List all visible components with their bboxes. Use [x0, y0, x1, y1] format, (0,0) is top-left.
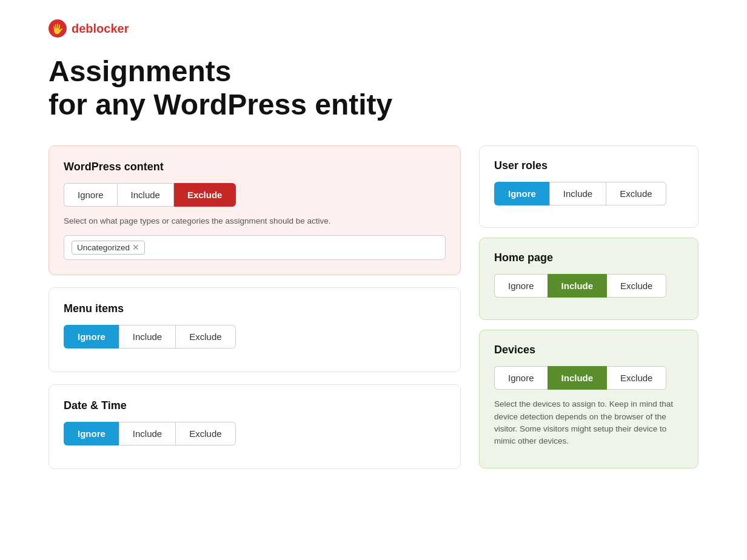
page-header: Assignments for any WordPress entity [0, 38, 747, 145]
tag-remove-icon[interactable]: ✕ [132, 243, 139, 252]
user-roles-card: User roles Ignore Include Exclude [479, 145, 698, 228]
wordpress-content-btn-group: Ignore Include Exclude [64, 183, 446, 207]
wordpress-content-tag-input[interactable]: Uncategorized ✕ [64, 235, 446, 260]
left-column: WordPress content Ignore Include Exclude… [49, 145, 461, 468]
menu-items-title: Menu items [64, 302, 446, 315]
devices-card: Devices Ignore Include Exclude Select th… [479, 330, 698, 468]
main-layout: WordPress content Ignore Include Exclude… [0, 145, 747, 468]
tag-uncategorized[interactable]: Uncategorized ✕ [72, 241, 145, 255]
home-exclude-button[interactable]: Exclude [607, 274, 666, 298]
menu-ignore-button[interactable]: Ignore [64, 325, 119, 348]
page-title: Assignments for any WordPress entity [49, 55, 698, 121]
home-include-button[interactable]: Include [548, 274, 608, 298]
home-ignore-button[interactable]: Ignore [494, 274, 548, 298]
user-roles-include-button[interactable]: Include [549, 182, 606, 205]
wordpress-include-button[interactable]: Include [117, 183, 174, 207]
home-page-title: Home page [494, 252, 683, 264]
wordpress-exclude-button[interactable]: Exclude [174, 183, 236, 207]
date-ignore-button[interactable]: Ignore [64, 422, 119, 445]
menu-exclude-button[interactable]: Exclude [176, 325, 235, 348]
menu-include-button[interactable]: Include [119, 325, 176, 348]
user-roles-exclude-button[interactable]: Exclude [606, 182, 666, 205]
wordpress-content-description: Select on what page types or categories … [64, 215, 446, 227]
date-time-card: Date & Time Ignore Include Exclude [49, 384, 461, 469]
user-roles-btn-group: Ignore Include Exclude [494, 182, 683, 205]
user-roles-title: User roles [494, 159, 683, 172]
home-page-card: Home page Ignore Include Exclude [479, 238, 698, 320]
wordpress-content-title: WordPress content [64, 161, 446, 173]
date-time-title: Date & Time [64, 399, 446, 412]
logo-text: deblocker [72, 22, 129, 36]
logo-icon: 🖐 [49, 19, 67, 38]
menu-items-btn-group: Ignore Include Exclude [64, 325, 446, 348]
tag-label: Uncategorized [77, 243, 130, 252]
devices-description: Select the devices to assign to. Keep in… [494, 398, 683, 447]
devices-exclude-button[interactable]: Exclude [607, 366, 666, 390]
logo-area: 🖐 deblocker [0, 0, 747, 38]
devices-include-button[interactable]: Include [548, 366, 608, 390]
user-roles-ignore-button[interactable]: Ignore [494, 182, 549, 205]
devices-btn-group: Ignore Include Exclude [494, 366, 683, 390]
wordpress-ignore-button[interactable]: Ignore [64, 183, 117, 207]
menu-items-card: Menu items Ignore Include Exclude [49, 287, 461, 372]
right-column: User roles Ignore Include Exclude Home p… [479, 145, 698, 468]
date-exclude-button[interactable]: Exclude [176, 422, 235, 445]
devices-ignore-button[interactable]: Ignore [494, 366, 548, 390]
date-include-button[interactable]: Include [119, 422, 176, 445]
home-page-btn-group: Ignore Include Exclude [494, 274, 683, 298]
wordpress-content-card: WordPress content Ignore Include Exclude… [49, 145, 461, 275]
devices-title: Devices [494, 344, 683, 356]
date-time-btn-group: Ignore Include Exclude [64, 422, 446, 445]
